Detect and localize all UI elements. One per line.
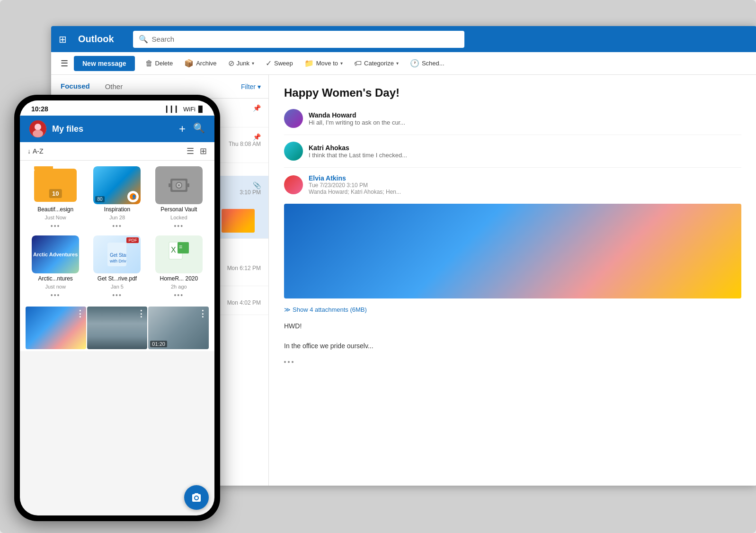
file-dots-beautiful[interactable]: ••• bbox=[51, 222, 61, 230]
archive-label: Archive bbox=[196, 60, 216, 67]
avatar-katri bbox=[284, 142, 303, 161]
svg-text:👤: 👤 bbox=[132, 194, 136, 199]
svg-text:Get Started: Get Started bbox=[110, 253, 126, 258]
junk-button[interactable]: ⊘ Junk ▾ bbox=[223, 56, 259, 71]
search-input-placeholder: Search bbox=[152, 35, 175, 43]
file-item-inspiration[interactable]: 👤 80 Inspiration Jun 28 ••• bbox=[89, 166, 145, 230]
new-message-button[interactable]: New message bbox=[74, 56, 135, 71]
file-dots-excel[interactable]: ••• bbox=[174, 291, 184, 299]
file-date-pdf: Jan 5 bbox=[111, 284, 124, 289]
email-time-cecil: Thu 8:08 AM bbox=[229, 141, 261, 148]
reading-title: Happy Women's Day! bbox=[284, 86, 741, 99]
list-view-icon[interactable]: ☰ bbox=[187, 146, 194, 156]
sender-info-elvia: Elvia Atkins Tue 7/23/2020 3:10 PM Wanda… bbox=[309, 174, 401, 195]
grid-view-icon[interactable]: ⊞ bbox=[200, 146, 207, 156]
junk-icon: ⊘ bbox=[228, 59, 234, 68]
move-chevron: ▾ bbox=[340, 61, 343, 66]
camera-button[interactable] bbox=[184, 485, 209, 510]
reply-dots[interactable] bbox=[284, 361, 741, 363]
outlook-header: ⊞ Outlook 🔍 Search bbox=[51, 26, 756, 52]
avatar-elvia-reading bbox=[284, 175, 303, 194]
arctic-bg: Arctic Adventures bbox=[32, 235, 79, 273]
pdf-badge: PDF bbox=[126, 237, 139, 243]
user-avatar[interactable] bbox=[29, 120, 46, 137]
file-name-vault: Personal Vault bbox=[160, 206, 197, 213]
pdf-bg: PDF Get Started with Drive bbox=[93, 235, 141, 273]
add-button[interactable]: + bbox=[179, 122, 186, 136]
photo-thumb-mountain[interactable]: ⋮ bbox=[87, 307, 148, 349]
sender-date-elvia: Tue 7/23/2020 3:10 PM bbox=[309, 182, 401, 189]
dot-1 bbox=[284, 361, 286, 363]
svg-rect-9 bbox=[169, 183, 170, 187]
file-dots-arctic[interactable]: ••• bbox=[51, 291, 61, 299]
inspiration-count: 80 bbox=[95, 196, 104, 202]
excel-bg: X ≡ bbox=[155, 235, 203, 273]
categorize-label: Categorize bbox=[364, 60, 394, 67]
svg-point-2 bbox=[33, 130, 43, 137]
photo-thumb-tent[interactable]: 01:20 ⋮ bbox=[148, 307, 209, 349]
wifi-icon: WiFi bbox=[183, 106, 196, 113]
avatar-wanda bbox=[284, 109, 303, 128]
outlook-toolbar: ☰ New message 🗑 Delete 📦 Archive ⊘ Junk … bbox=[51, 52, 756, 75]
file-item-excel[interactable]: X ≡ HomeR... 2020 2h ago ••• bbox=[151, 235, 207, 299]
sweep-button[interactable]: ✓ Sweep bbox=[261, 56, 298, 71]
file-dots-pdf[interactable]: ••• bbox=[112, 291, 122, 299]
arctic-thumb: Arctic Adventures bbox=[32, 235, 79, 273]
attachment-icon: 📎 bbox=[253, 181, 261, 189]
archive-button[interactable]: 📦 Archive bbox=[179, 56, 221, 71]
sender-preview-wanda: Hi all, I'm writing to ask on the cur... bbox=[309, 119, 405, 126]
pin-icon-isaac: 📌 bbox=[253, 104, 261, 112]
file-dots-inspiration[interactable]: ••• bbox=[112, 222, 122, 230]
sort-view-icons: ☰ ⊞ bbox=[187, 146, 207, 156]
photo-menu-tent[interactable]: ⋮ bbox=[198, 308, 207, 319]
junk-label: Junk bbox=[237, 60, 249, 67]
phone-screen: 10:28 ▎▎▎ WiFi ▉ My files + 🔍 bbox=[20, 100, 214, 515]
delete-icon: 🗑 bbox=[145, 59, 153, 68]
status-bar: 10:28 ▎▎▎ WiFi ▉ bbox=[20, 100, 214, 116]
file-grid: 10 Beautif...esign Just Now ••• 👤 80 bbox=[20, 161, 214, 305]
file-item-pdf[interactable]: PDF Get Started with Drive Get St...rive… bbox=[89, 235, 145, 299]
email-time-elvia: 3:10 PM bbox=[240, 189, 261, 197]
grid-icon[interactable]: ⊞ bbox=[59, 34, 67, 45]
file-date-vault: Locked bbox=[170, 215, 187, 220]
sweep-label: Sweep bbox=[274, 60, 293, 67]
photo-thumb-selfie[interactable]: ⋮ bbox=[26, 307, 86, 349]
categorize-chevron: ▾ bbox=[396, 61, 399, 66]
schedule-button[interactable]: 🕐 Sched... bbox=[405, 56, 449, 71]
outlook-logo: Outlook bbox=[78, 34, 114, 45]
svg-text:with Drive: with Drive bbox=[109, 259, 126, 263]
reading-pane: Happy Women's Day! Wanda Howard Hi all, … bbox=[269, 75, 756, 486]
search-bar[interactable]: 🔍 Search bbox=[133, 31, 464, 48]
sweep-icon: ✓ bbox=[266, 59, 272, 68]
filter-button[interactable]: Filter ▾ bbox=[241, 83, 261, 90]
photo-menu-mountain[interactable]: ⋮ bbox=[137, 308, 145, 319]
signal-icon: ▎▎▎ bbox=[166, 106, 180, 113]
show-attachments-btn[interactable]: ≫ Show 4 attachments (6MB) bbox=[284, 306, 741, 313]
email-time-lydia: Mon 4:02 PM bbox=[227, 299, 261, 307]
reading-sender-katri: Katri Ahokas I think that the Last time … bbox=[284, 142, 741, 168]
categorize-button[interactable]: 🏷 Categorize ▾ bbox=[349, 56, 403, 71]
schedule-icon: 🕐 bbox=[410, 59, 419, 68]
file-item-beautiful[interactable]: 10 Beautif...esign Just Now ••• bbox=[27, 166, 83, 230]
dot-2 bbox=[288, 361, 290, 363]
delete-button[interactable]: 🗑 Delete bbox=[141, 56, 178, 71]
status-time: 10:28 bbox=[31, 105, 48, 113]
reading-image bbox=[284, 204, 741, 298]
reading-sender-wanda: Wanda Howard Hi all, I'm writing to ask … bbox=[284, 109, 741, 135]
sort-label: A-Z bbox=[33, 147, 44, 155]
move-to-button[interactable]: 📁 Move to ▾ bbox=[300, 56, 347, 71]
sort-az-button[interactable]: ↓ A-Z bbox=[27, 147, 44, 155]
svg-point-8 bbox=[178, 184, 180, 186]
dot-3 bbox=[292, 361, 294, 363]
chevron-double-icon: ≫ bbox=[284, 306, 291, 313]
pin-icon-cecil: 📌 bbox=[253, 133, 261, 141]
file-dots-vault[interactable]: ••• bbox=[174, 222, 184, 230]
file-item-vault[interactable]: Personal Vault Locked ••• bbox=[151, 166, 207, 230]
photo-menu-selfie[interactable]: ⋮ bbox=[76, 308, 84, 319]
show-attachments-label: Show 4 attachments (6MB) bbox=[293, 306, 367, 313]
phone-search-button[interactable]: 🔍 bbox=[193, 122, 205, 136]
hamburger-button[interactable]: ☰ bbox=[57, 54, 72, 72]
delete-label: Delete bbox=[155, 60, 173, 67]
sender-info-wanda: Wanda Howard Hi all, I'm writing to ask … bbox=[309, 111, 405, 126]
file-item-arctic[interactable]: Arctic Adventures Arctic...ntures Just n… bbox=[27, 235, 83, 299]
